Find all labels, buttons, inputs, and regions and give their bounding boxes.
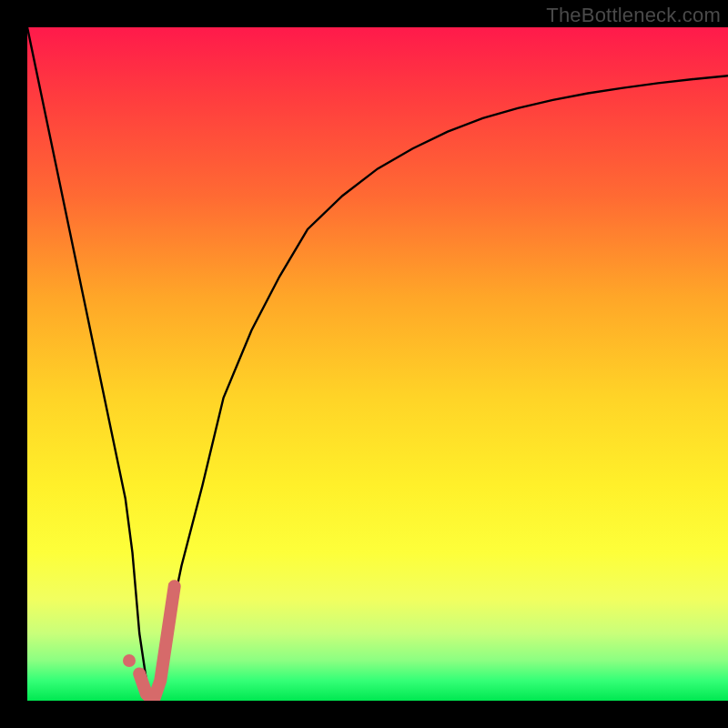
curve-layer [27,27,728,701]
watermark-text: TheBottleneck.com [546,4,721,27]
marker-dot [123,654,136,667]
bottleneck-curve [27,27,728,701]
chart-frame: TheBottleneck.com [0,0,728,728]
highlight-j-segment [139,586,175,701]
plot-area [27,27,728,701]
